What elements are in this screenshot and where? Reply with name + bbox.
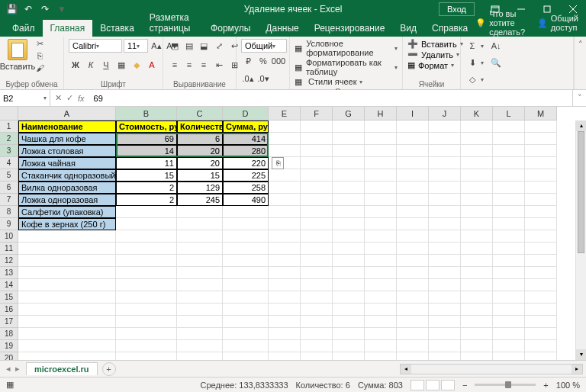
underline-icon[interactable]: Ч	[99, 58, 113, 72]
cell-A14[interactable]	[18, 279, 116, 291]
cell-I17[interactable]	[397, 316, 429, 328]
cell-C2[interactable]: 6	[177, 133, 223, 145]
qat-customize-icon[interactable]: ▼	[56, 4, 67, 14]
formula-input[interactable]: 69	[89, 94, 572, 103]
cell-F19[interactable]	[301, 340, 333, 352]
font-name-select[interactable]: Calibri▾	[69, 39, 122, 53]
cell-E2[interactable]	[269, 133, 301, 145]
row-headers[interactable]: 12345678910111213141516171819202122	[0, 120, 18, 360]
cell-C16[interactable]	[177, 304, 223, 316]
expand-formula-icon[interactable]: ˅	[572, 90, 586, 106]
cell-B9[interactable]	[116, 218, 177, 230]
cell-J5[interactable]	[429, 169, 461, 182]
col-header-M[interactable]: M	[525, 107, 557, 120]
cell-A19[interactable]	[18, 340, 116, 352]
align-left-icon[interactable]: ≡	[168, 58, 182, 72]
cell-L13[interactable]	[493, 267, 525, 279]
cell-F16[interactable]	[301, 304, 333, 316]
grow-font-icon[interactable]: A▴	[150, 39, 163, 53]
cell-B4[interactable]: 11	[116, 157, 177, 169]
cell-G1[interactable]	[333, 120, 365, 133]
cell-B20[interactable]	[116, 352, 177, 360]
copy-icon[interactable]: ⎘	[34, 51, 46, 62]
cells-area[interactable]: НаименованиеСтоимость, руб.КоличествоСум…	[18, 120, 557, 360]
cell-I15[interactable]	[397, 291, 429, 304]
cell-F11[interactable]	[301, 243, 333, 255]
cell-M13[interactable]	[525, 267, 557, 279]
cell-F1[interactable]	[301, 120, 333, 133]
cell-B6[interactable]: 2	[116, 182, 177, 194]
cell-E19[interactable]	[269, 340, 301, 352]
tell-me[interactable]: 💡Что вы хотите сделать?	[475, 9, 528, 37]
cell-I4[interactable]	[397, 157, 429, 169]
cell-M11[interactable]	[525, 243, 557, 255]
cell-B14[interactable]	[116, 279, 177, 291]
cell-F7[interactable]	[301, 194, 333, 206]
cell-H4[interactable]	[365, 157, 397, 169]
cell-H3[interactable]	[365, 145, 397, 157]
cell-G13[interactable]	[333, 267, 365, 279]
cell-F12[interactable]	[301, 255, 333, 267]
cell-G14[interactable]	[333, 279, 365, 291]
cell-G15[interactable]	[333, 291, 365, 304]
cell-F3[interactable]	[301, 145, 333, 157]
cell-B5[interactable]: 15	[116, 169, 177, 182]
row-header-20[interactable]: 20	[0, 352, 18, 360]
cell-C19[interactable]	[177, 340, 223, 352]
cell-M18[interactable]	[525, 328, 557, 340]
inc-decimal-icon[interactable]: .0▴	[241, 72, 255, 85]
cell-K13[interactable]	[461, 267, 493, 279]
cell-L3[interactable]	[493, 145, 525, 157]
sheet-nav-prev-icon[interactable]: ◂	[6, 364, 11, 374]
format-painter-icon[interactable]: 🖌	[34, 63, 46, 74]
cell-A4[interactable]: Ложка чайная	[18, 157, 116, 169]
cell-M8[interactable]	[525, 206, 557, 218]
cell-H13[interactable]	[365, 267, 397, 279]
cell-M5[interactable]	[525, 169, 557, 182]
cell-J2[interactable]	[429, 133, 461, 145]
scroll-thumb[interactable]	[578, 131, 584, 253]
row-header-9[interactable]: 9	[0, 218, 18, 230]
cell-M14[interactable]	[525, 279, 557, 291]
cell-B7[interactable]: 2	[116, 194, 177, 206]
cell-I8[interactable]	[397, 206, 429, 218]
row-header-17[interactable]: 17	[0, 316, 18, 328]
cell-L7[interactable]	[493, 194, 525, 206]
format-as-table-button[interactable]: ▦Форматировать как таблицу▾	[295, 58, 398, 76]
cell-J10[interactable]	[429, 230, 461, 243]
cell-K19[interactable]	[461, 340, 493, 352]
cell-E14[interactable]	[269, 279, 301, 291]
cell-L6[interactable]	[493, 182, 525, 194]
cell-E16[interactable]	[269, 304, 301, 316]
row-header-14[interactable]: 14	[0, 279, 18, 291]
cell-F17[interactable]	[301, 316, 333, 328]
cell-C3[interactable]: 20	[177, 145, 223, 157]
cell-C4[interactable]: 20	[177, 157, 223, 169]
cell-J16[interactable]	[429, 304, 461, 316]
vertical-scrollbar[interactable]: ▴ ▾	[575, 120, 586, 360]
row-header-19[interactable]: 19	[0, 340, 18, 352]
cell-D5[interactable]: 225	[223, 169, 269, 182]
cell-A11[interactable]	[18, 243, 116, 255]
cell-H8[interactable]	[365, 206, 397, 218]
login-button[interactable]: Вход	[439, 2, 475, 16]
cell-J19[interactable]	[429, 340, 461, 352]
cell-K4[interactable]	[461, 157, 493, 169]
cell-K10[interactable]	[461, 230, 493, 243]
cell-D7[interactable]: 490	[223, 194, 269, 206]
cell-L18[interactable]	[493, 328, 525, 340]
row-header-6[interactable]: 6	[0, 182, 18, 194]
cell-J14[interactable]	[429, 279, 461, 291]
cell-D19[interactable]	[223, 340, 269, 352]
cancel-formula-icon[interactable]: ✕	[55, 93, 62, 103]
cell-K11[interactable]	[461, 243, 493, 255]
cell-A16[interactable]	[18, 304, 116, 316]
column-headers[interactable]: ABCDEFGHIJKLM	[18, 107, 586, 120]
cell-L1[interactable]	[493, 120, 525, 133]
cell-H12[interactable]	[365, 255, 397, 267]
autosum-icon[interactable]: Σ	[465, 39, 479, 53]
cell-H20[interactable]	[365, 352, 397, 360]
cell-C1[interactable]: Количество	[177, 120, 223, 133]
col-header-G[interactable]: G	[333, 107, 365, 120]
sort-filter-icon[interactable]: A↓	[489, 39, 503, 53]
